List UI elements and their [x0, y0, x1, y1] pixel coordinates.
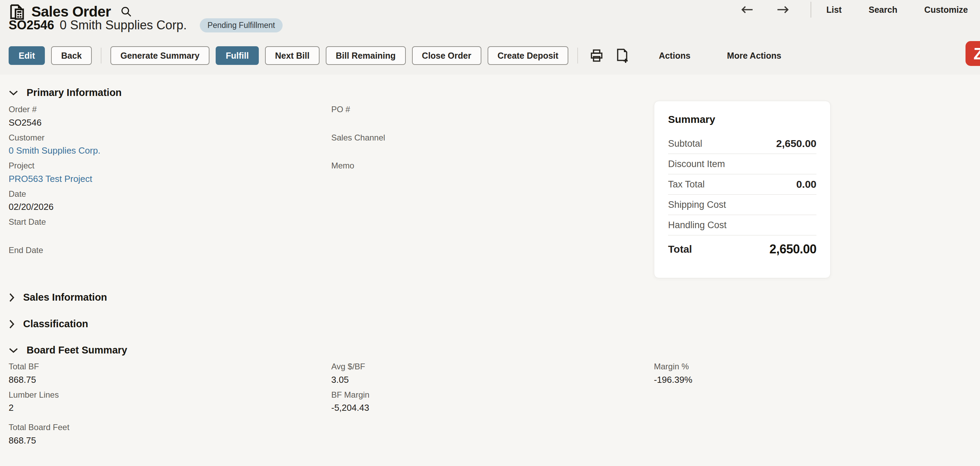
field-start-date: Start Date: [9, 217, 305, 241]
chevron-down-icon[interactable]: [9, 347, 18, 353]
field-value: 02/20/2026: [9, 202, 305, 213]
field-project: Project PRO563 Test Project: [9, 161, 305, 184]
nav-search[interactable]: Search: [869, 2, 897, 17]
create-deposit-button[interactable]: Create Deposit: [488, 46, 568, 65]
primary-info-col-2: PO # Sales Channel Memo: [331, 105, 628, 189]
bill-remaining-button[interactable]: Bill Remaining: [326, 46, 406, 65]
field-customer: Customer 0 Smith Supplies Corp.: [9, 133, 305, 157]
field-memo: Memo: [331, 161, 628, 184]
primary-info-col-1: Order # SO2546 Customer 0 Smith Supplies…: [9, 105, 305, 274]
field-value: [9, 230, 305, 241]
field-label: Customer: [9, 133, 305, 143]
summary-label: Discount Item: [668, 159, 725, 170]
field-label: Project: [9, 161, 305, 170]
chevron-right-icon[interactable]: [9, 319, 15, 329]
field-bf-margin: BF Margin -5,204.43: [331, 390, 628, 414]
close-order-button[interactable]: Close Order: [412, 46, 481, 65]
summary-row-subtotal: Subtotal 2,650.00: [668, 134, 816, 154]
field-value: 868.75: [9, 435, 305, 446]
section-title: Classification: [23, 318, 88, 330]
summary-row-handling-cost: Handling Cost: [668, 215, 816, 235]
field-value: [331, 118, 628, 129]
forward-arrow-icon[interactable]: [772, 2, 794, 17]
section-board-feet-summary[interactable]: Board Feet Summary: [9, 345, 127, 356]
field-margin-pct: Margin % -196.39%: [654, 362, 951, 386]
field-total-bf: Total BF 868.75: [9, 362, 305, 386]
field-value: [331, 173, 628, 184]
top-nav: List Search Customize: [736, 0, 968, 19]
customer-link[interactable]: 0 Smith Supplies Corp.: [9, 145, 305, 156]
summary-total-row: Total 2,650.00: [668, 237, 816, 262]
field-label: Order #: [9, 105, 305, 114]
search-icon[interactable]: [121, 6, 132, 17]
field-value: [9, 258, 305, 269]
field-value: -196.39%: [654, 375, 951, 386]
summary-card: Summary Subtotal 2,650.00 Discount Item …: [654, 101, 830, 278]
board-feet-col-2: Avg $/BF 3.05 BF Margin -5,204.43: [331, 362, 628, 418]
field-order-number: Order # SO2546: [9, 105, 305, 129]
field-label: Total Board Feet: [9, 423, 305, 432]
new-document-icon[interactable]: [612, 46, 632, 65]
field-value: SO2546: [9, 118, 305, 129]
chevron-down-icon[interactable]: [9, 90, 18, 96]
field-label: Avg $/BF: [331, 362, 628, 371]
field-label: BF Margin: [331, 390, 628, 400]
field-label: Lumber Lines: [9, 390, 305, 400]
section-title: Primary Information: [27, 87, 122, 99]
summary-label: Subtotal: [668, 138, 702, 149]
actions-button[interactable]: Actions: [651, 51, 699, 61]
section-title: Sales Information: [23, 292, 107, 303]
section-sales-information[interactable]: Sales Information: [9, 292, 107, 303]
field-label: Total BF: [9, 362, 305, 371]
field-label: PO #: [331, 105, 628, 114]
section-classification[interactable]: Classification: [9, 318, 88, 330]
toolbar-divider: [101, 48, 102, 64]
summary-label: Shipping Cost: [668, 199, 726, 210]
field-label: Start Date: [9, 217, 305, 227]
section-primary-information[interactable]: Primary Information: [9, 87, 122, 99]
summary-total-value: 2,650.00: [770, 242, 816, 256]
back-arrow-icon[interactable]: [736, 2, 758, 17]
transaction-document-icon: [9, 3, 24, 20]
section-title: Board Feet Summary: [27, 345, 127, 356]
alert-z-icon[interactable]: Z: [966, 41, 980, 66]
board-feet-col-1: Total BF 868.75 Lumber Lines 2 Total Boa…: [9, 362, 305, 451]
nav-list[interactable]: List: [826, 2, 842, 17]
chevron-right-icon[interactable]: [9, 293, 15, 302]
back-button[interactable]: Back: [51, 46, 92, 65]
project-link[interactable]: PRO563 Test Project: [9, 173, 305, 184]
field-label: Date: [9, 189, 305, 199]
record-number: SO2546: [9, 18, 54, 32]
edit-button[interactable]: Edit: [9, 46, 45, 65]
field-lumber-lines: Lumber Lines 2: [9, 390, 305, 414]
field-po-number: PO #: [331, 105, 628, 129]
summary-label: Handling Cost: [668, 220, 727, 231]
field-value: 3.05: [331, 375, 628, 386]
summary-row-tax-total: Tax Total 0.00: [668, 174, 816, 195]
field-value: [331, 145, 628, 156]
page-title: Sales Order: [32, 3, 111, 20]
record-name: 0 Smith Supplies Corp.: [60, 18, 187, 32]
summary-row-discount-item: Discount Item: [668, 154, 816, 174]
field-sales-channel: Sales Channel: [331, 133, 628, 157]
toolbar: Edit Back Generate Summary Fulfill Next …: [9, 46, 939, 65]
next-bill-button[interactable]: Next Bill: [265, 46, 320, 65]
field-value: 868.75: [9, 375, 305, 386]
field-label: Margin %: [654, 362, 951, 371]
field-total-board-feet: Total Board Feet 868.75: [9, 423, 305, 446]
summary-row-shipping-cost: Shipping Cost: [668, 195, 816, 215]
alert-z-letter: Z: [974, 44, 980, 63]
field-value: 2: [9, 402, 305, 414]
more-actions-button[interactable]: More Actions: [719, 51, 789, 61]
summary-title: Summary: [668, 114, 816, 125]
summary-label: Tax Total: [668, 179, 705, 190]
fulfill-button[interactable]: Fulfill: [216, 46, 259, 65]
record-header: SO2546 0 Smith Supplies Corp. Pending Fu…: [9, 18, 283, 32]
field-label: Memo: [331, 161, 628, 170]
generate-summary-button[interactable]: Generate Summary: [110, 46, 210, 65]
print-icon[interactable]: [587, 46, 606, 65]
nav-customize[interactable]: Customize: [924, 2, 968, 17]
toolbar-divider-2: [577, 48, 578, 64]
field-date: Date 02/20/2026: [9, 189, 305, 213]
status-badge: Pending Fulfillment: [200, 18, 283, 32]
